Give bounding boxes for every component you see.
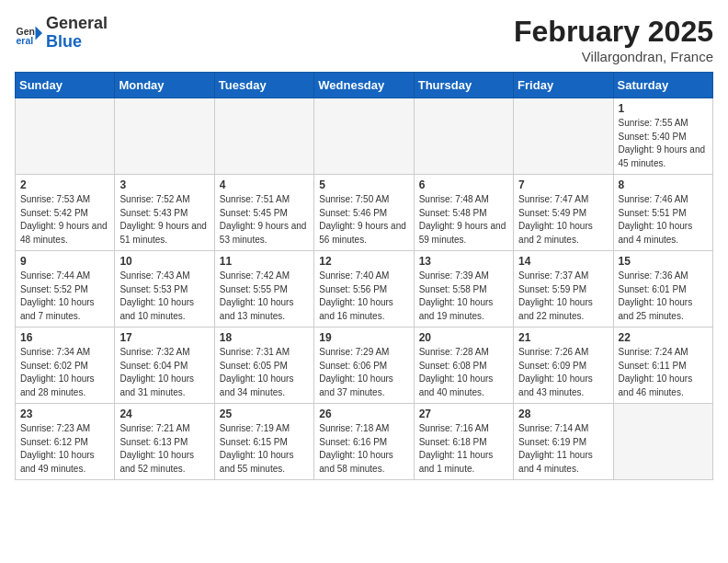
calendar-day-cell: 24Sunrise: 7:21 AM Sunset: 6:13 PM Dayli… [115, 404, 214, 480]
weekday-header-wednesday: Wednesday [314, 73, 414, 98]
calendar-day-cell [514, 98, 613, 175]
calendar-day-cell: 15Sunrise: 7:36 AM Sunset: 6:01 PM Dayli… [613, 251, 712, 327]
day-number: 28 [518, 408, 608, 420]
day-info: Sunrise: 7:53 AM Sunset: 5:42 PM Dayligh… [20, 193, 109, 247]
svg-marker-2 [36, 26, 43, 40]
day-info: Sunrise: 7:32 AM Sunset: 6:04 PM Dayligh… [119, 346, 209, 399]
day-number: 27 [419, 408, 508, 420]
logo-general-text: General [46, 14, 108, 32]
calendar-day-cell: 5Sunrise: 7:50 AM Sunset: 5:46 PM Daylig… [314, 175, 414, 251]
logo-blue-text: Blue [46, 32, 82, 51]
day-info: Sunrise: 7:31 AM Sunset: 6:05 PM Dayligh… [220, 346, 309, 399]
calendar-day-cell [214, 98, 313, 175]
logo: Gen eral General Blue [15, 15, 108, 52]
calendar-day-cell: 18Sunrise: 7:31 AM Sunset: 6:05 PM Dayli… [214, 327, 313, 404]
calendar-day-cell: 19Sunrise: 7:29 AM Sunset: 6:06 PM Dayli… [314, 327, 414, 404]
calendar-day-cell: 1Sunrise: 7:55 AM Sunset: 5:40 PM Daylig… [613, 98, 712, 175]
day-number: 5 [319, 178, 408, 191]
calendar-day-cell: 27Sunrise: 7:16 AM Sunset: 6:18 PM Dayli… [414, 404, 513, 480]
day-info: Sunrise: 7:52 AM Sunset: 5:43 PM Dayligh… [119, 193, 209, 247]
weekday-header-saturday: Saturday [613, 73, 712, 98]
calendar-day-cell: 25Sunrise: 7:19 AM Sunset: 6:15 PM Dayli… [214, 404, 313, 480]
day-number: 2 [20, 178, 109, 191]
weekday-header-tuesday: Tuesday [214, 73, 313, 98]
calendar-day-cell: 17Sunrise: 7:32 AM Sunset: 6:04 PM Dayli… [115, 327, 214, 404]
calendar-day-cell [16, 98, 115, 175]
day-number: 20 [419, 331, 508, 344]
calendar-day-cell: 13Sunrise: 7:39 AM Sunset: 5:58 PM Dayli… [414, 251, 513, 327]
calendar-day-cell: 7Sunrise: 7:47 AM Sunset: 5:49 PM Daylig… [514, 175, 613, 251]
day-info: Sunrise: 7:21 AM Sunset: 6:13 PM Dayligh… [119, 422, 209, 476]
day-number: 25 [220, 408, 309, 420]
day-number: 11 [220, 255, 309, 268]
day-number: 8 [619, 178, 708, 191]
location: Villargondran, France [514, 49, 713, 64]
calendar-day-cell [314, 98, 414, 175]
day-number: 23 [20, 408, 109, 420]
calendar-day-cell: 8Sunrise: 7:46 AM Sunset: 5:51 PM Daylig… [613, 175, 712, 251]
day-info: Sunrise: 7:37 AM Sunset: 5:59 PM Dayligh… [518, 270, 608, 323]
calendar-week-row: 2Sunrise: 7:53 AM Sunset: 5:42 PM Daylig… [16, 175, 713, 251]
calendar-day-cell: 12Sunrise: 7:40 AM Sunset: 5:56 PM Dayli… [314, 251, 414, 327]
calendar-table: SundayMondayTuesdayWednesdayThursdayFrid… [15, 72, 713, 480]
day-info: Sunrise: 7:42 AM Sunset: 5:55 PM Dayligh… [220, 270, 309, 323]
day-info: Sunrise: 7:24 AM Sunset: 6:11 PM Dayligh… [619, 346, 708, 399]
day-number: 22 [619, 331, 708, 344]
calendar-day-cell: 11Sunrise: 7:42 AM Sunset: 5:55 PM Dayli… [214, 251, 313, 327]
day-info: Sunrise: 7:55 AM Sunset: 5:40 PM Dayligh… [619, 117, 708, 170]
calendar-day-cell: 4Sunrise: 7:51 AM Sunset: 5:45 PM Daylig… [214, 175, 313, 251]
day-number: 10 [119, 255, 209, 268]
calendar-week-row: 9Sunrise: 7:44 AM Sunset: 5:52 PM Daylig… [16, 251, 713, 327]
day-number: 4 [220, 178, 309, 191]
calendar-day-cell: 14Sunrise: 7:37 AM Sunset: 5:59 PM Dayli… [514, 251, 613, 327]
calendar-day-cell [414, 98, 513, 175]
day-info: Sunrise: 7:36 AM Sunset: 6:01 PM Dayligh… [619, 270, 708, 323]
day-number: 12 [319, 255, 408, 268]
day-number: 7 [518, 178, 608, 191]
weekday-header-sunday: Sunday [16, 73, 115, 98]
day-info: Sunrise: 7:46 AM Sunset: 5:51 PM Dayligh… [619, 193, 708, 247]
calendar-day-cell [115, 98, 214, 175]
day-info: Sunrise: 7:34 AM Sunset: 6:02 PM Dayligh… [20, 346, 109, 399]
day-info: Sunrise: 7:43 AM Sunset: 5:53 PM Dayligh… [119, 270, 209, 323]
day-info: Sunrise: 7:23 AM Sunset: 6:12 PM Dayligh… [20, 422, 109, 476]
day-info: Sunrise: 7:48 AM Sunset: 5:48 PM Dayligh… [419, 193, 508, 247]
day-number: 1 [619, 102, 708, 115]
day-info: Sunrise: 7:28 AM Sunset: 6:08 PM Dayligh… [419, 346, 508, 399]
weekday-header-row: SundayMondayTuesdayWednesdayThursdayFrid… [16, 73, 713, 98]
day-info: Sunrise: 7:29 AM Sunset: 6:06 PM Dayligh… [319, 346, 408, 399]
day-info: Sunrise: 7:26 AM Sunset: 6:09 PM Dayligh… [518, 346, 608, 399]
day-info: Sunrise: 7:19 AM Sunset: 6:15 PM Dayligh… [220, 422, 309, 476]
day-number: 15 [619, 255, 708, 268]
calendar-day-cell: 6Sunrise: 7:48 AM Sunset: 5:48 PM Daylig… [414, 175, 513, 251]
calendar-day-cell [613, 404, 712, 480]
calendar-day-cell: 9Sunrise: 7:44 AM Sunset: 5:52 PM Daylig… [16, 251, 115, 327]
calendar-day-cell: 21Sunrise: 7:26 AM Sunset: 6:09 PM Dayli… [514, 327, 613, 404]
day-info: Sunrise: 7:39 AM Sunset: 5:58 PM Dayligh… [419, 270, 508, 323]
calendar-day-cell: 26Sunrise: 7:18 AM Sunset: 6:16 PM Dayli… [314, 404, 414, 480]
weekday-header-monday: Monday [115, 73, 214, 98]
calendar-day-cell: 10Sunrise: 7:43 AM Sunset: 5:53 PM Dayli… [115, 251, 214, 327]
day-number: 26 [319, 408, 408, 420]
calendar-week-row: 16Sunrise: 7:34 AM Sunset: 6:02 PM Dayli… [16, 327, 713, 404]
day-number: 17 [119, 331, 209, 344]
calendar-day-cell: 20Sunrise: 7:28 AM Sunset: 6:08 PM Dayli… [414, 327, 513, 404]
header: Gen eral General Blue February 2025 Vill… [15, 15, 713, 64]
day-number: 19 [319, 331, 408, 344]
day-info: Sunrise: 7:16 AM Sunset: 6:18 PM Dayligh… [419, 422, 508, 476]
day-info: Sunrise: 7:47 AM Sunset: 5:49 PM Dayligh… [518, 193, 608, 247]
logo-icon: Gen eral [15, 19, 42, 47]
calendar-day-cell: 16Sunrise: 7:34 AM Sunset: 6:02 PM Dayli… [16, 327, 115, 404]
day-number: 18 [220, 331, 309, 344]
day-number: 9 [20, 255, 109, 268]
day-info: Sunrise: 7:44 AM Sunset: 5:52 PM Dayligh… [20, 270, 109, 323]
calendar-day-cell: 2Sunrise: 7:53 AM Sunset: 5:42 PM Daylig… [16, 175, 115, 251]
day-number: 3 [119, 178, 209, 191]
day-info: Sunrise: 7:51 AM Sunset: 5:45 PM Dayligh… [220, 193, 309, 247]
month-title: February 2025 [514, 15, 713, 49]
calendar-week-row: 23Sunrise: 7:23 AM Sunset: 6:12 PM Dayli… [16, 404, 713, 480]
weekday-header-friday: Friday [514, 73, 613, 98]
calendar-day-cell: 3Sunrise: 7:52 AM Sunset: 5:43 PM Daylig… [115, 175, 214, 251]
day-info: Sunrise: 7:18 AM Sunset: 6:16 PM Dayligh… [319, 422, 408, 476]
calendar-day-cell: 23Sunrise: 7:23 AM Sunset: 6:12 PM Dayli… [16, 404, 115, 480]
